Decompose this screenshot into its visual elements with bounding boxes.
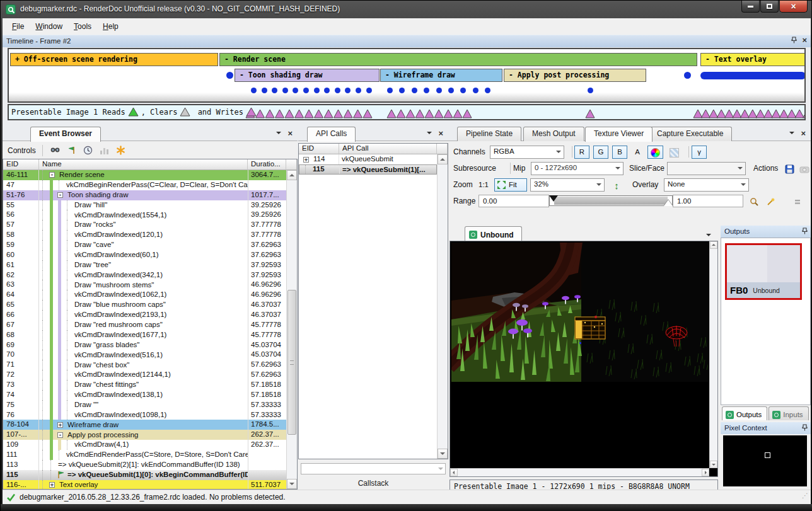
zoom-fit-button[interactable]: Fit — [494, 178, 527, 192]
expand-icon[interactable]: + — [57, 422, 63, 428]
event-row[interactable]: 58vkCmdDrawIndexed(120,1)37.77778 — [3, 230, 286, 240]
time-durations-icon[interactable] — [82, 145, 95, 156]
menu-window[interactable]: Window — [30, 20, 68, 33]
timeline-bar[interactable]: - Text overlay — [700, 53, 806, 66]
timeline-draw-dot[interactable] — [387, 88, 393, 93]
timeline-draw-dot[interactable] — [262, 88, 267, 93]
event-row[interactable]: 107-...-Apply post processing262.37... — [3, 430, 286, 440]
event-row[interactable]: 67Draw "red mushroom caps"45.77778 — [3, 320, 286, 330]
texture-viewer-close-icon[interactable]: × — [801, 130, 806, 137]
channel-alpha-button[interactable]: A — [631, 146, 644, 159]
collapse-icon[interactable]: - — [57, 192, 63, 198]
range-options-icon[interactable] — [791, 195, 804, 208]
timeline-draw-pill[interactable] — [700, 72, 806, 79]
panel-menu-icon[interactable] — [276, 132, 281, 137]
event-row[interactable]: 111vkCmdEndRenderPass(C=Store, D=Store, … — [3, 450, 286, 460]
tab-event-browser[interactable]: Event Browser — [30, 127, 101, 142]
timeline-draw-dot[interactable] — [226, 72, 233, 79]
texture-image[interactable] — [450, 241, 709, 468]
jump-to-eid-icon[interactable] — [66, 145, 78, 156]
mip-select[interactable]: 0 - 1272x690 — [531, 162, 624, 175]
pin-icon[interactable] — [802, 227, 808, 234]
timeline-bar[interactable]: - Render scene — [219, 53, 697, 66]
channel-blue-button[interactable]: B — [612, 146, 627, 159]
timeline-draw-dot[interactable] — [335, 88, 340, 93]
event-row[interactable]: 75Draw ""57.33333 — [3, 400, 286, 410]
event-row[interactable]: 115=> vkQueueSubmit(1)[0]: vkBeginComman… — [3, 470, 286, 480]
zoom-1to1-button[interactable]: 1:1 — [475, 178, 492, 192]
event-row[interactable]: 74vkCmdDrawIndexed(138,1)57.18518 — [3, 390, 286, 400]
col-duration[interactable]: Duratio... — [248, 159, 286, 170]
api-call-row[interactable]: +114vkQueueSubmit — [299, 154, 437, 164]
close-button[interactable]: × — [779, 1, 808, 13]
pixel-context-view[interactable] — [723, 435, 807, 486]
save-icon[interactable] — [782, 163, 796, 175]
timeline-draw-dot[interactable] — [473, 88, 478, 93]
col-eid[interactable]: EID — [3, 159, 39, 170]
event-scrollbar[interactable] — [286, 170, 297, 489]
menu-file[interactable]: File — [6, 20, 30, 33]
timeline-draw-dot[interactable] — [282, 88, 288, 93]
timeline-draw-dot[interactable] — [436, 88, 442, 93]
tab-texture-viewer[interactable]: Texture Viewer — [585, 127, 652, 142]
panel-menu-icon[interactable] — [789, 132, 794, 137]
event-row[interactable]: 78-104+Wireframe draw1784.5... — [3, 420, 286, 430]
collapse-icon[interactable]: - — [49, 172, 55, 178]
event-row[interactable]: 63Draw "mushroom stems"46.96296 — [3, 280, 286, 290]
timeline-bar[interactable]: - Apply post processing — [504, 69, 646, 82]
scrollbar-thumb[interactable] — [287, 290, 296, 435]
maximize-button[interactable] — [760, 1, 779, 13]
resize-grip[interactable]: ⋰ — [802, 492, 808, 499]
range-min-input[interactable]: 0.00 — [478, 195, 549, 207]
color-wheel-button[interactable] — [647, 146, 663, 159]
timeline-draw-dot[interactable] — [588, 88, 593, 93]
event-row[interactable]: 46-111-Render scene3064.7... — [3, 170, 286, 180]
overlay-select[interactable]: None — [664, 178, 749, 192]
gamma-button[interactable]: γ — [692, 146, 707, 159]
timeline-draw-dot[interactable] — [303, 88, 309, 93]
event-row[interactable]: 70vkCmdDrawIndexed(516,1)45.03704 — [3, 350, 286, 360]
tab-outputs[interactable]: Outputs — [722, 406, 767, 420]
timeline-draw-dot[interactable] — [251, 88, 257, 93]
tab-api-calls[interactable]: API Calls — [307, 127, 356, 142]
zoom-select[interactable]: 32% — [530, 178, 605, 192]
col-api-call[interactable]: API Call — [339, 144, 437, 154]
timeline-draw-dot[interactable] — [356, 88, 361, 93]
title-bar[interactable]: debugmarker.rdc - RenderDoc Unofficial r… — [1, 1, 812, 18]
timeline-bar[interactable]: - Toon shading draw — [235, 69, 380, 82]
col-name[interactable]: Name — [39, 159, 248, 170]
channels-select[interactable]: RGBA — [490, 146, 564, 159]
event-row[interactable]: 65Draw "blue mushroom caps"46.37037 — [3, 300, 286, 310]
timeline-header[interactable]: Timeline - Frame #2 — [3, 35, 811, 47]
col-api-eid[interactable]: EID — [299, 144, 339, 154]
api-calls-close-icon[interactable]: × — [438, 130, 443, 137]
timeline-draw-dot[interactable] — [448, 88, 454, 93]
timeline-close-icon[interactable]: × — [802, 37, 807, 43]
slice-face-select[interactable] — [667, 162, 746, 175]
tab-inputs[interactable]: Inputs — [768, 406, 808, 420]
event-row[interactable]: 66vkCmdDrawIndexed(2193,1)46.37037 — [3, 310, 286, 320]
timeline-draw-dot[interactable] — [366, 88, 372, 93]
callstack-box[interactable] — [301, 463, 446, 474]
channel-green-button[interactable]: G — [593, 146, 608, 159]
range-white-handle[interactable] — [664, 200, 673, 206]
find-event-icon[interactable] — [49, 145, 62, 156]
tab-unbound-texture[interactable]: Unbound — [465, 226, 522, 241]
pin-icon[interactable] — [802, 424, 808, 431]
event-row[interactable]: 59Draw "cave"37.62963 — [3, 240, 286, 250]
event-row[interactable]: 47vkCmdBeginRenderPass(C=Clear, D=Clear,… — [3, 180, 286, 190]
event-row[interactable]: 71Draw "chest box"57.62963 — [3, 360, 286, 370]
event-row[interactable]: 76vkCmdDrawIndexed(1098,1)57.33333 — [3, 410, 286, 420]
timeline-bar[interactable]: - Wireframe draw — [380, 69, 502, 82]
autofit-wand-icon[interactable] — [763, 195, 777, 208]
api-call-row[interactable]: 115=> vkQueueSubmit(1)[... — [299, 164, 437, 175]
range-slider[interactable] — [549, 195, 673, 206]
event-row[interactable]: 68vkCmdDrawIndexed(1677,1)45.77778 — [3, 330, 286, 340]
minimize-button[interactable] — [741, 1, 760, 13]
timeline-bar[interactable]: + Off-screen scene rendering — [10, 53, 218, 66]
event-row[interactable]: 113=> vkQueueSubmit(2)[1]: vkEndCommandB… — [3, 460, 286, 470]
menu-tools[interactable]: Tools — [68, 20, 97, 33]
event-row[interactable]: 56vkCmdDrawIndexed(1554,1)39.25926 — [3, 210, 286, 220]
alpha-checker-button[interactable] — [666, 146, 682, 159]
timeline-draw-dot[interactable] — [684, 72, 691, 79]
